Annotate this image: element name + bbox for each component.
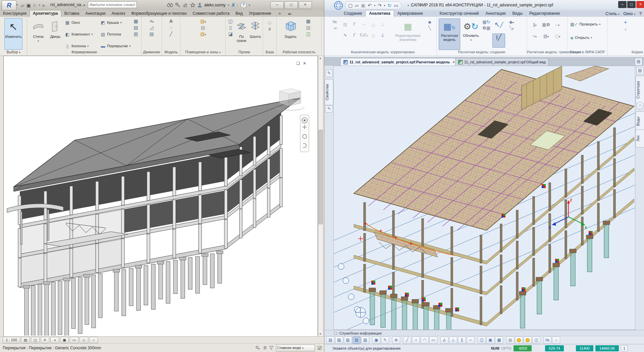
edit-rod-button[interactable]: I╱	[492, 34, 505, 48]
binoculars-icon[interactable]	[167, 3, 173, 7]
modify-button[interactable]: ↖ Изменить	[4, 18, 22, 50]
sync-icon[interactable]: ↻	[33, 3, 37, 8]
show-crop-icon[interactable]: ▭	[70, 337, 78, 343]
user-caret-icon[interactable]: ▾	[228, 4, 229, 7]
qat-expand-icon[interactable]: »	[42, 3, 45, 8]
support-t2-icon[interactable]: Γ	[353, 33, 356, 38]
grid-icon[interactable]: #	[267, 26, 272, 32]
qat-caret-icon[interactable]: ▾	[39, 4, 40, 7]
snap-grid-icon[interactable]: ▨	[326, 337, 334, 344]
mesh-gear-icon[interactable]: ⚙▦	[482, 25, 490, 31]
help-icon[interactable]: ?	[240, 2, 247, 8]
sapfir-drawing-area[interactable]: Z X Y	[333, 66, 635, 330]
doc-tabs-layers-icon[interactable]: ▤	[635, 58, 642, 65]
tab-analiz[interactable]: Анализ	[108, 10, 128, 17]
ceiling-button[interactable]: ▤Потолок	[100, 31, 121, 38]
tab-redaktirovanie[interactable]: Редактирование	[526, 10, 563, 17]
component-button[interactable]: ◧Компонент▾	[65, 31, 93, 38]
calc-model-button[interactable]: ▦↻ Расчетнаямодель	[439, 18, 460, 50]
pier-icon[interactable]: ▨	[343, 22, 347, 27]
workplane-viewer-icon[interactable]: ▧	[306, 25, 311, 30]
panel-label-vybor[interactable]: Выбор ▾	[0, 50, 27, 55]
view-restore-icon[interactable]: ❏	[296, 61, 300, 66]
arc-tool-icon[interactable]: ◠	[421, 337, 429, 344]
target-icon[interactable]: ⊕	[392, 337, 400, 344]
hinge2-icon[interactable]: △	[372, 33, 375, 38]
support-corner-icon[interactable]: ⌐	[363, 22, 365, 27]
tab-annotacii-sp[interactable]: Аннотации	[482, 10, 509, 17]
dormer-opening-icon[interactable]: ◪	[228, 31, 233, 37]
door-button[interactable]: Дверь	[47, 18, 63, 50]
roof-button[interactable]: ◩Крыша▾	[100, 19, 121, 26]
snap-node-icon[interactable]: ▨	[335, 337, 343, 344]
tab-vid[interactable]: Вид	[232, 10, 246, 17]
search-input[interactable]	[88, 1, 137, 8]
room-icon[interactable]: ▧▾	[200, 18, 206, 24]
info-circle-icon[interactable]: ○	[636, 102, 644, 109]
ref-plane-icon[interactable]: ◫	[306, 31, 311, 37]
perp-tool-icon[interactable]: ⊥	[449, 337, 457, 344]
model-line-icon[interactable]: ╱	[168, 31, 174, 37]
wall-opening-icon[interactable]: ◫	[228, 18, 233, 24]
zone-icon[interactable]: ▧▾	[200, 31, 206, 37]
tab-konstrukcija[interactable]: Конструкция	[0, 10, 30, 17]
scroll-down-icon[interactable]: ▼	[318, 332, 322, 336]
revit-vertical-scrollbar[interactable]: ▲ ▼	[318, 56, 323, 337]
circle-tool-icon[interactable]: ○	[412, 337, 420, 344]
snap-angle-icon[interactable]: ▨	[361, 337, 369, 344]
spring-icon[interactable]: ∿	[343, 33, 347, 38]
view-close-icon[interactable]: ✕	[303, 61, 306, 66]
column-button[interactable]: ▯Колонна▾	[65, 43, 89, 49]
revit-drawing-area[interactable]: Перед ❏ ✕	[3, 56, 318, 337]
lock-icon[interactable]: ▣	[372, 337, 380, 344]
mesh-settings-icon[interactable]: ▦⚙	[542, 22, 550, 27]
help-caret-icon[interactable]: ▾	[249, 4, 250, 7]
set-workplane-button[interactable]: Задать	[281, 18, 300, 50]
lamp2-icon[interactable]	[524, 337, 532, 344]
tab-sozdanie[interactable]: Создание	[340, 10, 365, 17]
c1c2-icon[interactable]: C₁C₂	[360, 33, 368, 37]
curtain-grid-icon[interactable]: ▤	[133, 25, 139, 30]
align-edge-icon[interactable]: ∥▾	[533, 22, 537, 27]
numbering-toggle-icon[interactable]: №	[543, 337, 551, 344]
sapfir-close-button[interactable]: ×	[636, 1, 644, 8]
ribbon-collapse-icon[interactable]: ▴▾	[285, 10, 294, 17]
tab-vstavka[interactable]: Вставка	[61, 10, 83, 17]
doc-tab-general-view[interactable]: 11_rst_advanced_sample_project.spf:Общий…	[455, 58, 549, 66]
update-button[interactable]: ⚙↻ Обновить▾	[461, 18, 481, 50]
panel1-icon[interactable]: ◫	[478, 337, 486, 344]
service-info-bar[interactable]: ▢ Служебная информация	[324, 330, 644, 336]
corner-tool-icon[interactable]: ⌐	[467, 337, 475, 344]
hinge-icon[interactable]: △	[372, 22, 375, 27]
tab-arhitektura[interactable]: Архитектура	[30, 10, 61, 17]
lamp-on-icon[interactable]	[515, 337, 523, 344]
tab-formoobrazujushie[interactable]: Формообразующие и генплан	[128, 10, 190, 17]
open-doc-icon[interactable]: ▱	[355, 3, 359, 8]
node-icon[interactable]: ◆	[428, 19, 431, 24]
new-doc-icon[interactable]: ▢	[348, 3, 353, 8]
restraint-icon[interactable]: ⊥	[381, 22, 384, 27]
satellite-icon[interactable]	[183, 3, 188, 7]
ramp-icon[interactable]: ◿	[149, 25, 154, 30]
floor-button[interactable]: ▬Перекрытие▾	[100, 43, 130, 49]
scale-button[interactable]: 1 : 100	[3, 337, 20, 343]
triangulate-icon[interactable]: ▨▾	[543, 34, 549, 39]
align-node-icon[interactable]: +▾	[533, 34, 537, 39]
wall-button[interactable]: Стена▾	[29, 18, 47, 50]
minimize-button[interactable]: –	[270, 1, 284, 9]
numbering-icon[interactable]: №	[333, 19, 337, 24]
angle-tool-icon[interactable]: ∠	[440, 337, 448, 344]
parallel-tool-icon[interactable]: ∥	[458, 337, 466, 344]
restraint2-icon[interactable]: ⊥	[381, 33, 384, 38]
open-in-lira-button[interactable]: ◈ Открыть▾	[570, 34, 592, 41]
scroll-up-icon[interactable]: ▲	[318, 56, 322, 60]
navigation-bar[interactable]	[300, 115, 309, 152]
visual-style-icon[interactable]: ◫	[31, 337, 40, 343]
signed-in-user[interactable]: aleks.sunny	[204, 3, 225, 7]
save-icon[interactable]: ▣	[26, 3, 31, 8]
mesh-sync-icon[interactable]: ▦↻	[482, 19, 490, 24]
stair-icon[interactable]: ▤	[149, 31, 154, 37]
tab-konstruktor-sechenij[interactable]: Конструктор сечений	[436, 10, 482, 17]
tab-analitika[interactable]: Аналитика	[365, 10, 394, 17]
cap-icon[interactable]: ⌐▾	[555, 22, 559, 27]
